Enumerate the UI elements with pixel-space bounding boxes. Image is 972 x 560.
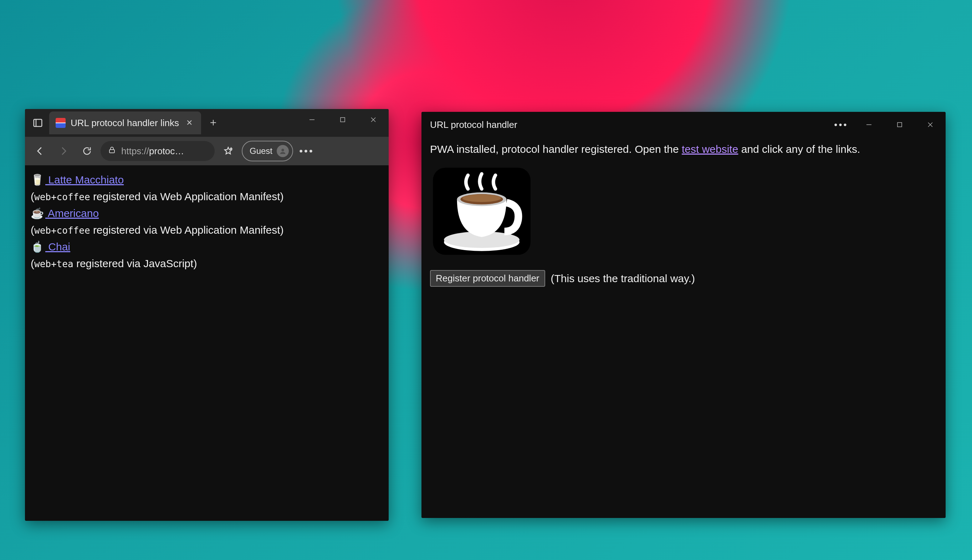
settings-menu-button[interactable]: ••• [297,141,317,161]
pwa-intro-text: PWA installed, protocol handler register… [430,141,937,157]
line-latte-desc: (web+coffee registered via Web Applicati… [31,188,383,205]
pwa-window: URL protocol handler ••• PWA installed, … [422,112,945,518]
address-bar[interactable]: https://protoc… [100,141,215,161]
browser-toolbar: https://protoc… Guest ••• [25,137,389,165]
coffee-cup-illustration [430,165,534,260]
minimize-button[interactable] [297,109,327,130]
browser-titlebar: URL protocol handler links ✕ ＋ [25,109,389,137]
link-test-website[interactable]: test website [682,143,738,155]
new-tab-button[interactable]: ＋ [203,112,223,132]
pwa-titlebar: URL protocol handler ••• [422,112,945,138]
favorites-button[interactable] [218,141,238,161]
tab-close-button[interactable]: ✕ [184,116,195,130]
close-window-button[interactable] [915,114,945,135]
tab-favicon [55,118,65,128]
link-chai[interactable]: Chai [45,241,70,253]
close-window-button[interactable] [358,109,389,130]
browser-tab[interactable]: URL protocol handler links ✕ [49,112,201,134]
coffee-icon: ☕ [31,207,44,219]
refresh-button[interactable] [77,141,97,161]
address-url: https://protoc… [121,146,184,157]
tea-icon: 🍵 [31,241,44,253]
tab-overview-button[interactable] [32,117,44,129]
pwa-window-title: URL protocol handler [430,119,517,130]
pwa-more-button[interactable]: ••• [829,114,853,135]
svg-rect-0 [34,119,42,127]
svg-rect-12 [897,123,902,127]
back-button[interactable] [30,141,50,161]
avatar-icon [277,145,289,157]
pwa-content: PWA installed, protocol handler register… [422,138,945,518]
svg-point-10 [281,149,284,152]
profile-label: Guest [249,146,273,156]
maximize-button[interactable] [327,109,358,130]
svg-rect-3 [341,118,345,122]
desktop-background: URL protocol handler links ✕ ＋ [0,0,972,560]
titlebar-left: URL protocol handler links ✕ ＋ [25,109,227,137]
minimize-button[interactable] [853,114,884,135]
profile-button[interactable]: Guest [242,141,293,162]
browser-window-controls [297,109,389,130]
register-aside-text: (This uses the traditional way.) [551,273,695,285]
register-protocol-handler-button[interactable]: Register protocol handler [430,270,545,287]
pwa-window-controls [853,114,945,135]
line-americano-desc: (web+coffee registered via Web Applicati… [31,222,383,238]
svg-rect-6 [109,150,114,153]
browser-page-content: 🥛 Latte Macchiato (web+coffee registered… [25,165,389,521]
link-americano[interactable]: Americano [45,207,99,219]
link-latte-macchiato[interactable]: Latte Macchiato [45,174,124,186]
forward-button[interactable] [54,141,74,161]
lock-icon [108,146,116,157]
tab-title: URL protocol handler links [70,118,179,128]
glass-icon: 🥛 [31,174,44,186]
svg-point-20 [462,195,501,202]
browser-window: URL protocol handler links ✕ ＋ [25,109,389,521]
line-chai-desc: (web+tea registered via JavaScript) [31,255,383,272]
maximize-button[interactable] [884,114,915,135]
